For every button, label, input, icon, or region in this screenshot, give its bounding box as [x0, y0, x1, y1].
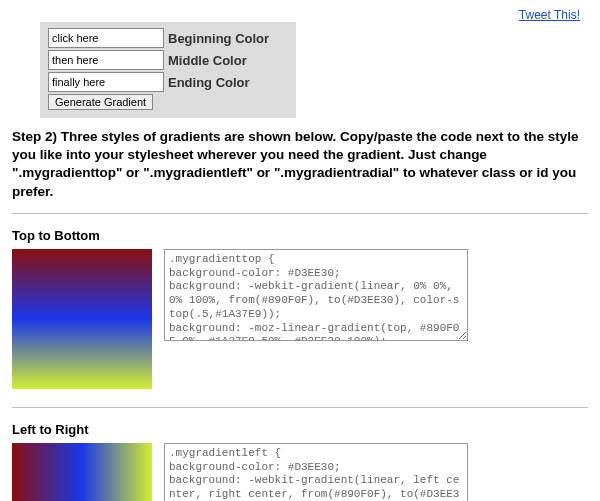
section-title-top: Top to Bottom [12, 228, 588, 243]
beginning-color-input[interactable] [48, 28, 164, 48]
code-left[interactable] [164, 443, 468, 501]
tweet-link[interactable]: Tweet This! [519, 8, 580, 22]
middle-color-input[interactable] [48, 50, 164, 70]
ending-color-label: Ending Color [168, 75, 250, 90]
gradient-preview-top [12, 249, 152, 389]
divider [12, 407, 588, 408]
middle-color-label: Middle Color [168, 53, 247, 68]
generate-gradient-button[interactable]: Generate Gradient [48, 94, 153, 110]
section-title-left: Left to Right [12, 422, 588, 437]
ending-color-input[interactable] [48, 72, 164, 92]
color-input-panel: Beginning Color Middle Color Ending Colo… [40, 22, 296, 118]
code-top[interactable] [164, 249, 468, 341]
step2-instructions: Step 2) Three styles of gradients are sh… [12, 128, 588, 201]
beginning-color-label: Beginning Color [168, 31, 269, 46]
gradient-preview-left [12, 443, 152, 501]
divider [12, 213, 588, 214]
